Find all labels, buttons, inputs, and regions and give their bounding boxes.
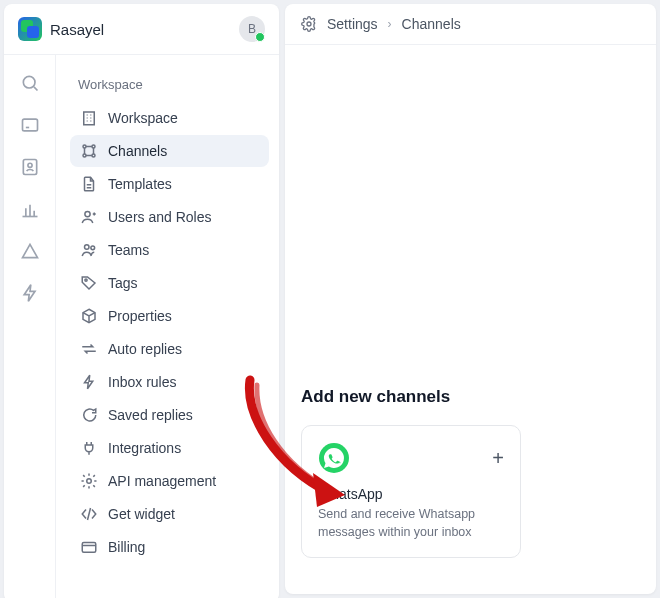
tag-icon bbox=[80, 274, 98, 292]
svg-rect-4 bbox=[84, 112, 95, 125]
nav-billing[interactable]: Billing bbox=[70, 531, 269, 563]
nav-api-management[interactable]: API management bbox=[70, 465, 269, 497]
nav-templates[interactable]: Templates bbox=[70, 168, 269, 200]
nav-integrations[interactable]: Integrations bbox=[70, 432, 269, 464]
plus-icon: + bbox=[492, 447, 504, 470]
nav-label: Saved replies bbox=[108, 407, 193, 423]
svg-point-9 bbox=[85, 211, 90, 216]
breadcrumb-settings[interactable]: Settings bbox=[327, 16, 378, 32]
left-panel: Rasayel B Workspace Workspace Channels T bbox=[4, 4, 279, 598]
user-icon bbox=[80, 208, 98, 226]
nav-label: Billing bbox=[108, 539, 145, 555]
nav-label: Tags bbox=[108, 275, 138, 291]
card-header: + bbox=[318, 442, 504, 474]
nav-label: Integrations bbox=[108, 440, 181, 456]
nav-label: Inbox rules bbox=[108, 374, 176, 390]
nav-label: Channels bbox=[108, 143, 167, 159]
contacts-icon[interactable] bbox=[20, 157, 40, 177]
card-title: WhatsApp bbox=[318, 486, 504, 502]
arrows-icon bbox=[80, 340, 98, 358]
automation-icon[interactable] bbox=[20, 283, 40, 303]
nav-teams[interactable]: Teams bbox=[70, 234, 269, 266]
nav-label: Workspace bbox=[108, 110, 178, 126]
code-icon bbox=[80, 505, 98, 523]
nav-workspace[interactable]: Workspace bbox=[70, 102, 269, 134]
broadcast-icon[interactable] bbox=[20, 241, 40, 261]
svg-point-8 bbox=[92, 154, 95, 157]
nav-label: Properties bbox=[108, 308, 172, 324]
svg-point-6 bbox=[92, 145, 95, 148]
search-icon[interactable] bbox=[20, 73, 40, 93]
nav-get-widget[interactable]: Get widget bbox=[70, 498, 269, 530]
building-icon bbox=[80, 109, 98, 127]
document-icon bbox=[80, 175, 98, 193]
channels-icon bbox=[80, 142, 98, 160]
team-icon bbox=[80, 241, 98, 259]
inbox-icon[interactable] bbox=[20, 115, 40, 135]
svg-point-10 bbox=[85, 245, 90, 250]
nav-auto-replies[interactable]: Auto replies bbox=[70, 333, 269, 365]
svg-rect-1 bbox=[22, 119, 37, 131]
nav-label: Get widget bbox=[108, 506, 175, 522]
cube-icon bbox=[80, 307, 98, 325]
chevron-right-icon: › bbox=[388, 17, 392, 31]
brand-name: Rasayel bbox=[50, 21, 239, 38]
svg-rect-14 bbox=[82, 543, 96, 553]
chat-icon bbox=[80, 406, 98, 424]
nav-label: Templates bbox=[108, 176, 172, 192]
icon-rail bbox=[4, 55, 56, 598]
logo bbox=[18, 17, 42, 41]
gear-icon bbox=[301, 16, 317, 32]
svg-point-7 bbox=[83, 154, 86, 157]
nav-tags[interactable]: Tags bbox=[70, 267, 269, 299]
add-channels-title: Add new channels bbox=[301, 387, 640, 407]
nav-label: Auto replies bbox=[108, 341, 182, 357]
svg-point-5 bbox=[83, 145, 86, 148]
card-icon bbox=[80, 538, 98, 556]
user-avatar[interactable]: B bbox=[239, 16, 265, 42]
account-section-label: Account bbox=[70, 591, 269, 598]
nav-properties[interactable]: Properties bbox=[70, 300, 269, 332]
bolt-icon bbox=[80, 373, 98, 391]
whatsapp-card[interactable]: + WhatsApp Send and receive Whatsapp mes… bbox=[301, 425, 521, 558]
right-panel: Settings › Channels Add new channels + W… bbox=[285, 4, 656, 594]
analytics-icon[interactable] bbox=[20, 199, 40, 219]
workspace-section-label: Workspace bbox=[70, 73, 269, 102]
header: Rasayel B bbox=[4, 4, 279, 55]
svg-point-12 bbox=[85, 279, 87, 281]
svg-point-17 bbox=[307, 22, 311, 26]
svg-point-11 bbox=[91, 246, 95, 250]
content: Add new channels + WhatsApp Send and rec… bbox=[285, 45, 656, 594]
whatsapp-icon bbox=[318, 442, 350, 474]
body-columns: Workspace Workspace Channels Templates U… bbox=[4, 55, 279, 598]
nav-users-roles[interactable]: Users and Roles bbox=[70, 201, 269, 233]
nav-label: Teams bbox=[108, 242, 149, 258]
nav-label: Users and Roles bbox=[108, 209, 212, 225]
svg-point-0 bbox=[23, 76, 35, 88]
svg-point-3 bbox=[27, 163, 31, 167]
nav-channels[interactable]: Channels bbox=[70, 135, 269, 167]
card-description: Send and receive Whatsapp messages withi… bbox=[318, 506, 504, 541]
svg-point-13 bbox=[87, 479, 92, 484]
nav-saved-replies[interactable]: Saved replies bbox=[70, 399, 269, 431]
api-gear-icon bbox=[80, 472, 98, 490]
nav-inbox-rules[interactable]: Inbox rules bbox=[70, 366, 269, 398]
settings-nav: Workspace Workspace Channels Templates U… bbox=[56, 55, 279, 598]
breadcrumb: Settings › Channels bbox=[285, 4, 656, 45]
breadcrumb-channels: Channels bbox=[402, 16, 461, 32]
plug-icon bbox=[80, 439, 98, 457]
nav-label: API management bbox=[108, 473, 216, 489]
